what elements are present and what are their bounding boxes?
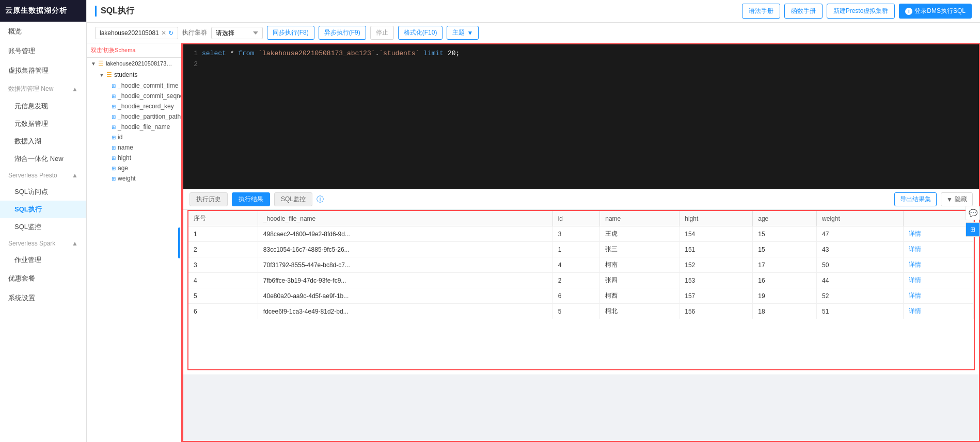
tree-field-age[interactable]: ⊞ age: [95, 163, 181, 173]
cluster-label: 执行集群: [182, 28, 207, 37]
scrollbar[interactable]: [178, 227, 180, 258]
cell-detail[interactable]: 详情: [904, 288, 974, 304]
cell-id: 4: [552, 257, 600, 273]
tab-sql-monitor[interactable]: SQL监控: [274, 192, 312, 206]
tree-field-hoodie-commit-seqno[interactable]: ⊞ _hoodie_commit_seqno: [95, 91, 181, 101]
sidebar-item-overview[interactable]: 概览: [0, 22, 86, 41]
sidebar-item-data-import[interactable]: 数据入湖: [0, 133, 86, 150]
chevron-up-icon: ▲: [72, 86, 78, 93]
cell-age: 19: [753, 288, 817, 304]
cell-age: 16: [753, 273, 817, 288]
collapse-tree-button[interactable]: ◀: [181, 233, 182, 253]
hide-results-button[interactable]: ▼ 隐藏: [941, 192, 973, 206]
results-actions: 导出结果集 ▼ 隐藏: [894, 192, 973, 206]
results-table: 序号 _hoodie_file_name id name hight age w…: [188, 211, 974, 319]
schema-refresh-button[interactable]: ↻: [168, 29, 173, 37]
sidebar-item-serverless-presto[interactable]: Serverless Presto ▲: [0, 168, 86, 183]
field-grid-icon: ⊞: [112, 93, 116, 99]
sidebar-item-sql-access[interactable]: SQL访问点: [0, 183, 86, 201]
tree-field-hoodie-commit-time[interactable]: ⊞ _hoodie_commit_time: [95, 80, 181, 91]
field-grid-icon: ⊞: [112, 124, 116, 130]
theme-button[interactable]: 主题 ▼: [447, 26, 479, 40]
cell-weight: 47: [817, 226, 904, 242]
cell-detail[interactable]: 详情: [904, 242, 974, 257]
syntax-manual-button[interactable]: 语法手册: [742, 4, 780, 19]
sync-execute-button[interactable]: 同步执行(F8): [267, 26, 314, 40]
new-presto-button[interactable]: 新建Presto虚拟集群: [827, 4, 895, 19]
sql-editor[interactable]: 1 select * from `lakehouse20210508173_ab…: [183, 44, 979, 189]
tab-results[interactable]: 执行结果: [232, 192, 270, 206]
schema-value: lakehouse202105081: [100, 29, 159, 37]
sidebar-item-cluster-mgmt[interactable]: 虚拟集群管理: [0, 61, 86, 80]
tree-field-hoodie-record-key[interactable]: ⊞ _hoodie_record_key: [95, 101, 181, 111]
sidebar-item-sql-execute[interactable]: SQL执行: [0, 201, 86, 218]
db-expand-icon: ▼: [91, 61, 96, 67]
db-icon: ☰: [98, 60, 104, 67]
tree-table-item[interactable]: ▼ ☰ students: [95, 69, 181, 80]
cell-weight: 51: [817, 304, 904, 319]
cell-name: 柯西: [600, 288, 679, 304]
cell-hight: 152: [679, 257, 753, 273]
export-results-button[interactable]: 导出结果集: [894, 192, 937, 206]
results-table-wrap: 序号 _hoodie_file_name id name hight age w…: [187, 210, 975, 370]
table-row: 2 83cc1054-16c7-4885-9fc5-26... 1 张三 151…: [188, 242, 974, 257]
schema-selector[interactable]: lakehouse202105081 ✕ ↻: [95, 27, 178, 39]
db-name: lakehouse20210508173_abc123: [106, 60, 173, 67]
tree-field-hight[interactable]: ⊞ hight: [95, 153, 181, 163]
float-message-button[interactable]: 💬: [966, 206, 980, 220]
tree-field-weight[interactable]: ⊞ weight: [95, 173, 181, 184]
sidebar-item-system-settings[interactable]: 系统设置: [0, 288, 86, 308]
tree-field-id[interactable]: ⊞ id: [95, 132, 181, 142]
results-tabs: 执行历史 执行结果 SQL监控 ⓘ 导出结果集 ▼ 隐藏: [183, 189, 979, 210]
stop-button[interactable]: 停止: [370, 26, 394, 40]
page-title: SQL执行: [95, 6, 134, 17]
async-execute-button[interactable]: 异步执行(F9): [319, 26, 366, 40]
function-manual-button[interactable]: 函数手册: [784, 4, 823, 19]
cell-age: 15: [753, 242, 817, 257]
sidebar-item-sql-monitor[interactable]: SQL监控: [0, 218, 86, 236]
sidebar-item-serverless-spark[interactable]: Serverless Spark ▲: [0, 236, 86, 251]
info-icon: i: [905, 8, 912, 15]
cell-id: 5: [552, 304, 600, 319]
tree-db-item[interactable]: ▼ ☰ lakehouse20210508173_abc123: [87, 58, 181, 69]
cell-seq: 3: [188, 257, 258, 273]
tree-field-name[interactable]: ⊞ name: [95, 142, 181, 153]
cell-detail[interactable]: 详情: [904, 304, 974, 319]
schema-clear-button[interactable]: ✕: [161, 29, 166, 37]
chevron-down-icon: ▼: [946, 196, 953, 203]
main-content: SQL执行 语法手册 函数手册 新建Presto虚拟集群 i 登录DMS执行SQ…: [87, 0, 980, 442]
tree-field-hoodie-partition-path[interactable]: ⊞ _hoodie_partition_path: [95, 111, 181, 122]
cell-weight: 52: [817, 288, 904, 304]
sidebar: 云原生数据湖分析 概览 账号管理 虚拟集群管理 数据湖管理 New ▲ 元信息发…: [0, 0, 87, 442]
field-grid-icon: ⊞: [112, 145, 116, 151]
sidebar-item-meta-discovery[interactable]: 元信息发现: [0, 97, 86, 115]
col-header-name: name: [600, 211, 679, 226]
table-row: 5 40e80a20-aa9c-4d5f-ae9f-1b... 6 柯西 157…: [188, 288, 974, 304]
float-settings-button[interactable]: ⊞: [966, 222, 980, 237]
tree-field-hoodie-file-name[interactable]: ⊞ _hoodie_file_name: [95, 122, 181, 132]
col-header-id: id: [552, 211, 600, 226]
sidebar-item-fusion[interactable]: 湖合一体化 New: [0, 150, 86, 168]
sidebar-item-account[interactable]: 账号管理: [0, 41, 86, 61]
table-row: 6 fdcee6f9-1ca3-4e49-81d2-bd... 5 柯北 156…: [188, 304, 974, 319]
login-dms-button[interactable]: i 登录DMS执行SQL: [899, 4, 972, 19]
sidebar-item-meta-mgmt[interactable]: 元数据管理: [0, 115, 86, 133]
cell-name: 柯北: [600, 304, 679, 319]
format-button[interactable]: 格式化(F10): [398, 26, 443, 40]
col-header-file: _hoodie_file_name: [258, 211, 552, 226]
cell-detail[interactable]: 详情: [904, 257, 974, 273]
cluster-select[interactable]: 请选择: [211, 27, 263, 39]
chevron-down-icon: ▼: [467, 29, 473, 37]
cell-age: 17: [753, 257, 817, 273]
sidebar-item-job-mgmt[interactable]: 作业管理: [0, 251, 86, 269]
cell-id: 2: [552, 273, 600, 288]
chevron-up-icon: ▲: [72, 172, 78, 179]
sidebar-item-discount[interactable]: 优惠套餐: [0, 269, 86, 288]
cell-id: 6: [552, 288, 600, 304]
tab-history[interactable]: 执行历史: [189, 192, 228, 206]
cell-detail[interactable]: 详情: [904, 226, 974, 242]
sidebar-item-data-mgmt[interactable]: 数据湖管理 New ▲: [0, 80, 86, 97]
cell-weight: 50: [817, 257, 904, 273]
cell-detail[interactable]: 详情: [904, 273, 974, 288]
results-info-icon[interactable]: ⓘ: [317, 195, 324, 204]
